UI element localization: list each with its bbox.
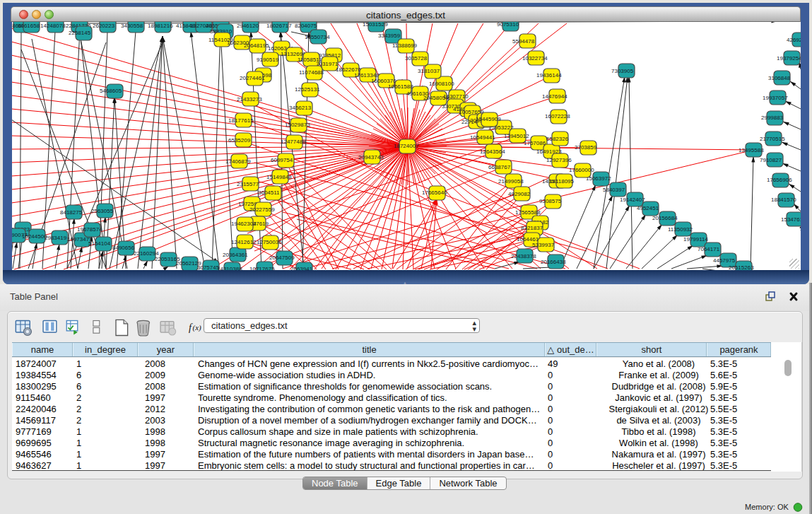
svg-text:5594478: 5594478 [512,38,535,45]
svg-text:5154104: 5154104 [88,240,111,247]
svg-text:12750036: 12750036 [257,239,282,245]
svg-text:5840397: 5840397 [603,187,625,193]
svg-text:7303905: 7303905 [611,68,634,74]
svg-text:20648195: 20648195 [244,42,269,49]
svg-text:18724007: 18724007 [394,143,419,149]
svg-text:18177615: 18177615 [228,117,254,124]
svg-text:15149848: 15149848 [266,174,292,180]
svg-text:12525131: 12525131 [295,86,320,93]
svg-text:15029873: 15029873 [285,122,310,128]
svg-text:18981216: 18981216 [148,23,173,29]
svg-text:18026717: 18026717 [266,23,292,29]
svg-text:3035728: 3035728 [405,55,428,62]
svg-text:20943743: 20943743 [358,154,384,160]
svg-text:3703859: 3703859 [575,144,597,151]
svg-text:6061658: 6061658 [18,23,40,29]
svg-text:22438378: 22438378 [511,253,536,259]
svg-text:16908100: 16908100 [429,81,454,87]
svg-text:(x): (x) [192,323,201,332]
svg-text:20227559: 20227559 [249,206,275,213]
svg-text:19142407: 19142407 [620,197,645,203]
svg-text:10322734: 10322734 [522,55,548,62]
svg-text:13495588: 13495588 [739,147,764,153]
svg-text:20364361: 20364361 [223,252,248,258]
svg-text:2999883: 2999883 [761,115,784,121]
svg-text:17660000: 17660000 [569,167,594,173]
svg-text:6099754: 6099754 [271,157,293,163]
svg-text:16072228: 16072228 [545,113,570,119]
svg-text:2620223: 2620223 [93,23,115,29]
svg-text:3430558: 3430558 [121,23,143,29]
svg-text:4929082: 4929082 [508,191,531,197]
svg-text:20647509: 20647509 [269,255,295,261]
svg-text:4457975: 4457975 [713,257,736,264]
svg-text:3456213: 3456213 [289,105,312,111]
svg-text:19678574: 19678574 [77,226,102,233]
svg-text:17565588: 17565588 [515,209,541,216]
svg-text:14476944: 14476944 [542,93,567,100]
svg-text:3604511: 3604511 [258,189,280,196]
svg-text:19799114: 19799114 [683,236,709,243]
svg-text:9190519: 9190519 [257,57,279,63]
svg-text:11350932: 11350932 [668,226,693,233]
svg-text:17656906: 17656906 [767,177,792,183]
svg-text:18841570: 18841570 [771,197,796,203]
svg-text:5339937: 5339937 [532,242,555,248]
svg-text:2315577: 2315577 [237,181,259,187]
svg-text:19436144: 19436144 [536,72,562,78]
svg-text:10661588: 10661588 [388,83,413,90]
svg-text:7910827: 7910827 [760,157,782,163]
svg-text:3181037: 3181037 [418,68,440,74]
svg-text:2983419: 2983419 [45,235,67,241]
svg-text:14310388: 14310388 [217,266,242,270]
svg-text:20156684: 20156684 [652,215,678,221]
svg-text:11074688: 11074688 [299,69,324,76]
svg-text:8204075: 8204075 [295,23,317,29]
svg-text:15031529: 15031529 [363,22,388,28]
svg-text:15347616: 15347616 [781,216,801,223]
svg-text:21499058: 21499058 [498,178,524,185]
svg-text:3343959: 3343959 [378,33,401,39]
svg-text:4952451: 4952451 [637,205,659,211]
svg-text:7064171: 7064171 [698,246,720,252]
svg-text:6535209: 6535209 [228,137,251,144]
svg-text:2563055: 2563055 [91,208,114,214]
svg-text:21433273: 21433273 [237,96,262,103]
svg-text:17406879: 17406879 [225,158,251,165]
svg-text:9308575: 9308575 [539,198,562,204]
svg-text:10549441: 10549441 [470,134,495,141]
svg-text:12927396: 12927396 [546,157,572,163]
svg-text:20166438: 20166438 [541,259,566,265]
svg-text:3106848: 3106848 [768,75,791,81]
svg-text:20515263: 20515263 [729,264,754,270]
svg-text:9075310: 9075310 [497,22,519,28]
svg-text:2946120: 2946120 [237,23,259,29]
svg-text:3075745: 3075745 [197,264,220,270]
svg-text:8418275: 8418275 [60,209,83,216]
svg-text:2663941: 2663941 [290,266,313,270]
svg-text:13945012: 13945012 [504,133,529,139]
svg-text:10717675: 10717675 [249,266,275,270]
svg-text:14118095: 14118095 [549,178,575,185]
svg-text:12412612: 12412612 [231,239,257,245]
svg-text:6582326: 6582326 [546,136,569,142]
svg-text:20274461: 20274461 [240,75,265,81]
svg-text:8490656: 8490656 [112,245,135,251]
svg-text:17665640: 17665640 [422,189,447,196]
svg-text:5468605: 5468605 [100,88,122,94]
svg-text:4269227: 4269227 [787,37,801,43]
svg-text:2258145: 2258145 [69,30,91,36]
svg-text:15550734: 15550734 [305,34,330,40]
svg-text:1757086: 1757086 [524,140,546,146]
svg-text:19462304: 19462304 [231,221,257,227]
svg-text:8321837: 8321837 [521,225,543,231]
svg-text:21770515: 21770515 [760,136,785,142]
svg-text:15445909: 15445909 [476,116,501,122]
svg-text:14248078: 14248078 [40,23,66,29]
svg-text:19379254: 19379254 [777,55,801,62]
svg-text:11388699: 11388699 [392,42,418,49]
svg-text:19937057: 19937057 [763,95,788,101]
svg-text:15244500: 15244500 [22,233,47,240]
svg-text:6638767: 6638767 [488,164,511,170]
svg-text:12643564: 12643564 [480,148,505,155]
